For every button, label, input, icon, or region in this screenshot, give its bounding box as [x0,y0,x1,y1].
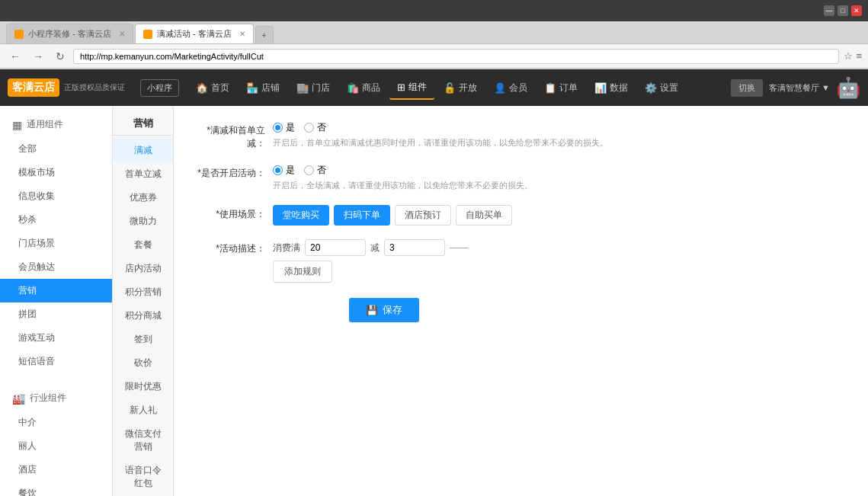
sidebar-item-group[interactable]: 拼团 [0,302,112,326]
desc-value2-input[interactable] [384,239,445,256]
sec-sidebar-new-gift[interactable]: 新人礼 [113,398,173,422]
sidebar-item-member-reach[interactable]: 会员触达 [0,255,112,279]
sidebar-item-hotel[interactable]: 酒店 [0,458,112,482]
enable-hint: 开启后，全场满减，请谨重使用该功能，以免给您带来不必要的损失。 [273,180,845,191]
tab-close-1[interactable]: ✕ [119,30,125,38]
scene-btn-self[interactable]: 自助买单 [456,205,512,226]
settings-icon[interactable]: ≡ [856,50,862,62]
sec-sidebar-checkin[interactable]: 签到 [113,328,173,351]
nav-home-label: 首页 [211,82,229,94]
nav-product-label: 商品 [362,82,380,94]
browser-tab-1[interactable]: 小程序装修 - 客满云店 ✕ [6,24,133,43]
desc-value1-input[interactable] [305,239,366,256]
browser-tab-2[interactable]: 满减活动 - 客满云店 ✕ [135,24,254,43]
store-name[interactable]: 客满智慧餐厅 ▼ [769,82,830,94]
save-button[interactable]: 💾 保存 [349,298,419,322]
reload-button[interactable]: ↻ [52,49,69,64]
nav-shop[interactable]: 🏪 店铺 [239,77,287,99]
universal-category: ▦ 通用组件 [0,112,112,137]
sidebar-item-game[interactable]: 游戏互动 [0,326,112,350]
sec-sidebar-points-mall[interactable]: 积分商城 [113,304,173,328]
enable-yes[interactable]: 是 [273,164,295,177]
enable-field-row: *是否开启活动： 是 否 开启后，全场满减，请谨重使用该功能，以免给您带来不必要 [197,164,845,191]
back-button[interactable]: ← [6,49,24,64]
nav-components[interactable]: ⊞ 组件 [389,76,434,100]
sidebar-item-all[interactable]: 全部 [0,137,112,161]
forward-button[interactable]: → [29,49,47,64]
standalone-no-radio[interactable] [304,123,314,133]
save-icon: 💾 [366,305,378,316]
header-right: 切换 客满智慧餐厅 ▼ 🤖 [731,76,860,100]
nav-data[interactable]: 📊 数据 [587,77,636,99]
grid-icon: ▦ [12,119,22,131]
sec-sidebar-wechat-pay[interactable]: 微信支付营销 [113,422,173,459]
nav-components-label: 组件 [408,81,427,94]
save-label: 保存 [383,303,402,317]
switch-button[interactable]: 切换 [731,79,763,97]
sidebar-item-info[interactable]: 信息收集 [0,184,112,208]
desc-prefix: 消费满 [273,242,300,254]
enable-no[interactable]: 否 [304,164,326,177]
standalone-no[interactable]: 否 [304,121,326,134]
sidebar-item-flash[interactable]: 秒杀 [0,208,112,232]
store-icon: 🏬 [296,82,309,94]
sec-sidebar-first-order[interactable]: 首单立减 [113,162,173,186]
sidebar-item-beauty[interactable]: 丽人 [0,434,112,458]
enable-no-radio[interactable] [304,165,314,175]
sidebar-item-store-scene[interactable]: 门店场景 [0,232,112,255]
bookmark-icon[interactable]: ☆ [844,50,853,62]
nav-settings[interactable]: ⚙️ 设置 [637,77,686,99]
standalone-yes[interactable]: 是 [273,121,295,134]
sidebar-item-marketing[interactable]: 营销 [0,279,112,302]
desc-dash: —— [450,242,468,253]
sec-sidebar-voice-redpack[interactable]: 语音口令红包 [113,459,173,495]
tab-title-2: 满减活动 - 客满云店 [157,28,232,40]
tab-favicon-2 [143,30,152,39]
sec-sidebar-limited-discount[interactable]: 限时优惠 [113,375,173,398]
shop-icon: 🏪 [246,82,258,94]
sidebar-item-agency[interactable]: 中介 [0,411,112,434]
sec-sidebar-in-store[interactable]: 店内活动 [113,257,173,280]
sec-sidebar-combo[interactable]: 套餐 [113,233,173,257]
close-button[interactable]: ✕ [851,5,862,16]
robot-avatar[interactable]: 🤖 [836,76,860,100]
nav-store[interactable]: 🏬 门店 [289,77,338,99]
scene-btn-hotel[interactable]: 酒店预订 [395,205,451,226]
mini-prog-button[interactable]: 小程序 [140,79,179,97]
industry-category: 🏭 行业组件 [0,386,112,411]
standalone-label: *满减和首单立减： [197,121,273,150]
sidebar-item-template[interactable]: 模板市场 [0,161,112,184]
standalone-yes-radio[interactable] [273,123,283,133]
new-tab-button[interactable]: + [255,26,274,43]
address-bar-input[interactable] [73,49,839,64]
nav-open[interactable]: 🔓 开放 [436,77,485,99]
secondary-sidebar: 营销 满减 首单立减 优惠券 微助力 套餐 店内活动 积分营销 [113,106,174,496]
scene-btn-dining[interactable]: 堂吃购买 [273,205,329,226]
main-nav: 🏠 首页 🏪 店铺 🏬 门店 🛍️ 商品 ⊞ 组件 🔓 开放 [188,76,722,100]
industry-icon: 🏭 [12,392,25,405]
scene-btn-scan[interactable]: 扫码下单 [334,205,390,226]
nav-home[interactable]: 🏠 首页 [188,77,237,99]
minimize-button[interactable]: — [824,5,834,16]
sec-sidebar-weizhu[interactable]: 微助力 [113,210,173,233]
settings-nav-icon: ⚙️ [645,82,657,94]
maximize-button[interactable]: □ [838,5,848,16]
sec-sidebar-coupon[interactable]: 优惠券 [113,186,173,210]
sidebar-item-sms[interactable]: 短信语音 [0,350,112,373]
universal-components-section: ▦ 通用组件 全部 模板市场 信息收集 秒杀 门店场景 [0,106,112,379]
standalone-hint: 开启后，首单立减和满减优惠同时使用，请谨重使用该功能，以免给您带来不必要的损失。 [273,137,845,149]
nav-product[interactable]: 🛍️ 商品 [339,77,388,99]
nav-member[interactable]: 👤 会员 [486,77,535,99]
sidebar-item-dining[interactable]: 餐饮 [0,482,112,496]
tab-close-2[interactable]: ✕ [239,30,245,38]
enable-radio-group: 是 否 [273,164,845,177]
nav-order[interactable]: 📋 订单 [536,77,585,99]
add-rule-button[interactable]: 添加规则 [273,261,332,283]
enable-yes-radio[interactable] [273,165,283,175]
sec-sidebar-manjian[interactable]: 满减 [113,139,173,162]
universal-category-label: 通用组件 [27,118,63,131]
sec-sidebar-points-marketing[interactable]: 积分营销 [113,280,173,304]
scene-label: *使用场景： [197,205,273,221]
logo-text: 客满云店 [12,81,55,93]
sec-sidebar-bargain[interactable]: 砍价 [113,351,173,375]
